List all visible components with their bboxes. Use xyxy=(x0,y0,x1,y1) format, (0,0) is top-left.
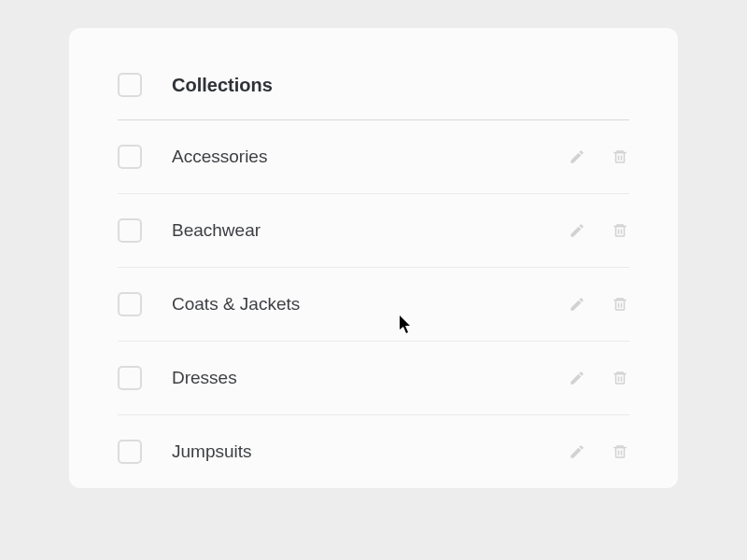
header-row: Collections xyxy=(118,62,629,120)
row-checkbox[interactable] xyxy=(118,145,142,169)
row-label: Accessories xyxy=(172,147,568,167)
row-actions xyxy=(568,295,629,314)
row-actions xyxy=(568,369,629,387)
trash-icon[interactable] xyxy=(611,442,629,461)
row-checkbox[interactable] xyxy=(118,218,142,243)
svg-rect-6 xyxy=(616,301,625,311)
row-label: Coats & Jackets xyxy=(172,294,568,315)
trash-icon[interactable] xyxy=(611,147,629,166)
page-title: Collections xyxy=(172,75,273,96)
row-label: Beachwear xyxy=(172,220,568,241)
svg-rect-3 xyxy=(616,227,625,237)
list-item: Dresses xyxy=(118,342,629,415)
svg-rect-9 xyxy=(616,374,625,385)
row-label: Dresses xyxy=(172,368,568,388)
svg-rect-0 xyxy=(616,153,625,163)
pencil-icon[interactable] xyxy=(568,369,586,387)
trash-icon[interactable] xyxy=(611,295,629,314)
collections-card: Collections Accessories Beachwear Coats xyxy=(69,28,678,488)
row-actions xyxy=(568,147,629,166)
trash-icon[interactable] xyxy=(611,369,629,387)
row-checkbox[interactable] xyxy=(118,292,142,316)
list-item: Accessories xyxy=(118,120,629,194)
svg-rect-12 xyxy=(616,448,625,458)
row-label: Jumpsuits xyxy=(172,441,568,462)
pencil-icon[interactable] xyxy=(568,442,586,461)
row-checkbox[interactable] xyxy=(118,440,142,464)
select-all-checkbox[interactable] xyxy=(118,73,142,97)
list-item: Jumpsuits xyxy=(118,415,629,488)
list-item: Beachwear xyxy=(118,194,629,268)
list-item: Coats & Jackets xyxy=(118,268,629,342)
pencil-icon[interactable] xyxy=(568,295,586,314)
pencil-icon[interactable] xyxy=(568,221,586,240)
row-actions xyxy=(568,221,629,240)
trash-icon[interactable] xyxy=(611,221,629,240)
row-actions xyxy=(568,442,629,461)
pencil-icon[interactable] xyxy=(568,147,586,166)
row-checkbox[interactable] xyxy=(118,366,142,390)
